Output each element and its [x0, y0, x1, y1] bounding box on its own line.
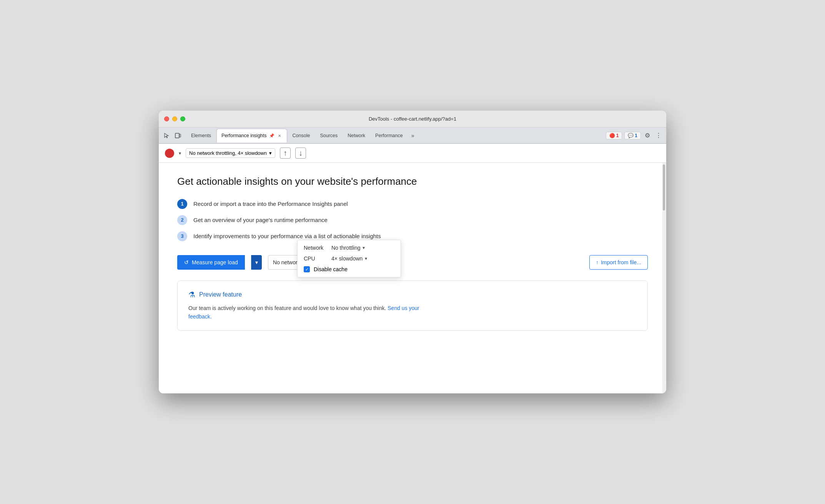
tab-right-icons: 🔴 1 💬 1 ⚙ ⋮ [606, 130, 663, 141]
measure-page-load-button[interactable]: ↺ Measure page load [177, 255, 245, 270]
action-bar: ↺ Measure page load ▾ No network throttl… [177, 255, 648, 270]
scrollbar[interactable] [662, 163, 666, 393]
network-row: Network No throttling ▾ [304, 245, 394, 251]
throttle-dropdown-popup: Network No throttling ▾ CPU 4× slowdown … [297, 240, 401, 277]
preview-feature-text: Our team is actively working on this fea… [188, 304, 637, 321]
tab-performance-label: Performance [375, 133, 403, 138]
titlebar: DevTools - coffee-cart.netlify.app/?ad=1 [159, 111, 666, 128]
step-item: 2 Get an overview of your page's runtime… [177, 215, 648, 225]
tab-close-button[interactable]: ✕ [277, 133, 282, 138]
upload-icon[interactable]: ↑ [280, 148, 291, 159]
preview-feature-box: ⚗ Preview feature Our team is actively w… [177, 280, 648, 331]
tab-network[interactable]: Network [343, 129, 370, 143]
step-text-2: Get an overview of your page's runtime p… [193, 217, 328, 223]
top-toolbar: ▾ No network throttling, 4× slowdown ▾ ↑… [159, 144, 666, 163]
error-icon: 🔴 [609, 133, 615, 138]
measure-btn-label: Measure page load [192, 259, 238, 265]
disable-cache-label: Disable cache [314, 266, 348, 272]
error-badge[interactable]: 🔴 1 [606, 132, 622, 139]
cursor-icon[interactable] [162, 131, 171, 140]
record-button[interactable] [165, 149, 174, 158]
message-badge[interactable]: 💬 1 [624, 132, 641, 139]
nav-icons [162, 131, 183, 140]
import-from-file-button[interactable]: ↑ Import from file... [589, 255, 648, 270]
message-count: 1 [635, 133, 637, 138]
message-icon: 💬 [628, 133, 634, 138]
import-icon: ↑ [596, 259, 599, 265]
measure-btn-icon: ↺ [184, 259, 189, 265]
devtools-window: DevTools - coffee-cart.netlify.app/?ad=1… [159, 111, 666, 393]
throttle-select[interactable]: No network throttling, 4× slowdown ▾ [186, 148, 275, 158]
measure-btn-arrow-icon: ▾ [255, 259, 258, 265]
preview-feature-header: ⚗ Preview feature [188, 290, 637, 299]
svg-rect-0 [175, 133, 179, 138]
svg-rect-1 [180, 134, 181, 137]
tab-elements[interactable]: Elements [186, 129, 216, 143]
settings-icon[interactable]: ⚙ [643, 130, 652, 141]
traffic-lights [164, 116, 185, 121]
tab-elements-label: Elements [191, 133, 211, 138]
more-icon[interactable]: ⋮ [654, 130, 663, 141]
scrollbar-thumb[interactable] [663, 164, 665, 211]
tab-performance-insights-label: Performance insights [221, 133, 266, 138]
step-number-1: 1 [177, 199, 187, 209]
tab-console-label: Console [293, 133, 310, 138]
maximize-button[interactable] [180, 116, 185, 121]
tabbar: Elements Performance insights 📌 ✕ Consol… [159, 128, 666, 144]
download-icon[interactable]: ↓ [295, 148, 306, 159]
cpu-value-selector[interactable]: 4× slowdown ▾ [331, 255, 367, 262]
tab-network-label: Network [348, 133, 365, 138]
measure-btn-dropdown[interactable]: ▾ [251, 255, 262, 270]
tab-performance-insights[interactable]: Performance insights 📌 ✕ [216, 129, 287, 143]
tab-sources[interactable]: Sources [315, 129, 342, 143]
network-chevron-icon: ▾ [363, 245, 365, 250]
network-value-selector[interactable]: No throttling ▾ [331, 245, 365, 251]
step-text-1: Record or import a trace into the Perfor… [193, 201, 348, 207]
page-title: Get actionable insights on your website'… [177, 175, 648, 188]
import-btn-label: Import from file... [601, 259, 641, 265]
throttle-select-label: No network throttling, 4× slowdown [189, 150, 267, 156]
more-tabs-button[interactable]: » [408, 131, 417, 140]
step-number-2: 2 [177, 215, 187, 225]
tab-sources-label: Sources [320, 133, 338, 138]
flask-icon: ⚗ [188, 290, 195, 299]
tab-performance[interactable]: Performance [371, 129, 408, 143]
pin-icon: 📌 [269, 133, 274, 138]
step-item: 1 Record or import a trace into the Perf… [177, 199, 648, 209]
step-number-3: 3 [177, 231, 187, 241]
cpu-chevron-icon: ▾ [365, 256, 367, 261]
minimize-button[interactable] [172, 116, 177, 121]
throttle-select-arrow: ▾ [269, 150, 272, 156]
close-button[interactable] [164, 116, 169, 121]
step-item: 3 Identify improvements to your performa… [177, 231, 648, 241]
steps-list: 1 Record or import a trace into the Perf… [177, 199, 648, 241]
disable-cache-row: ✓ Disable cache [304, 266, 394, 272]
record-dropdown-arrow[interactable]: ▾ [179, 151, 181, 156]
cpu-value: 4× slowdown [331, 255, 363, 262]
error-count: 1 [616, 133, 619, 138]
cpu-label: CPU [304, 255, 327, 262]
preview-text-before: Our team is actively working on this fea… [188, 305, 388, 311]
main-content: Get actionable insights on your website'… [159, 163, 666, 393]
network-label: Network [304, 245, 327, 251]
tab-console[interactable]: Console [288, 129, 315, 143]
device-icon[interactable] [173, 131, 183, 140]
window-title: DevTools - coffee-cart.netlify.app/?ad=1 [369, 116, 456, 122]
network-value: No throttling [331, 245, 360, 251]
disable-cache-checkbox[interactable]: ✓ [304, 266, 310, 272]
preview-feature-title: Preview feature [199, 291, 242, 298]
cpu-row: CPU 4× slowdown ▾ [304, 255, 394, 262]
step-text-3: Identify improvements to your performanc… [193, 233, 381, 239]
